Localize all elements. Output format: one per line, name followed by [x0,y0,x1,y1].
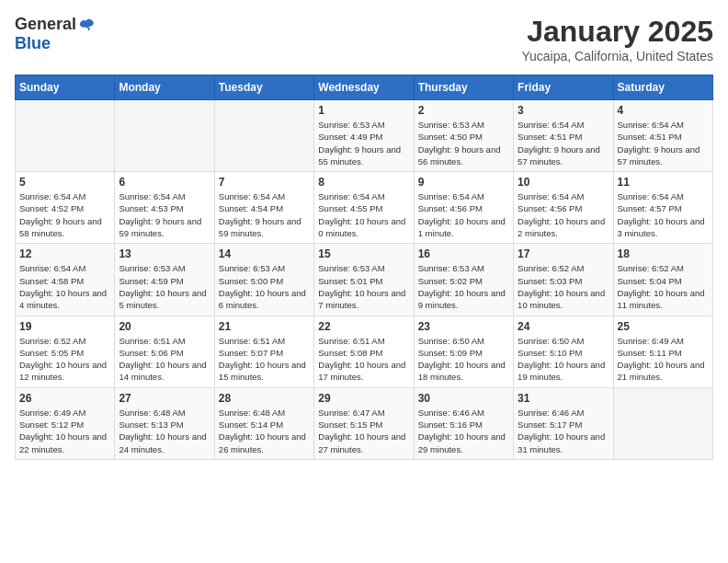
day-number: 2 [418,104,509,117]
day-number: 24 [518,320,609,333]
title-section: January 2025 Yucaipa, California, United… [521,15,713,63]
day-cell: 9Sunrise: 6:54 AM Sunset: 4:56 PM Daylig… [414,172,513,244]
day-cell: 31Sunrise: 6:46 AM Sunset: 5:17 PM Dayli… [514,387,613,459]
day-number: 6 [119,176,210,189]
day-number: 13 [119,247,210,260]
day-info: Sunrise: 6:54 AM Sunset: 4:52 PM Dayligh… [19,190,110,239]
day-info: Sunrise: 6:49 AM Sunset: 5:11 PM Dayligh… [618,335,709,384]
day-number: 7 [219,176,310,189]
logo: General Blue [15,15,98,53]
day-cell: 5Sunrise: 6:54 AM Sunset: 4:52 PM Daylig… [16,172,115,244]
day-info: Sunrise: 6:53 AM Sunset: 4:59 PM Dayligh… [119,262,210,311]
day-cell: 28Sunrise: 6:48 AM Sunset: 5:14 PM Dayli… [214,387,313,459]
day-info: Sunrise: 6:54 AM Sunset: 4:57 PM Dayligh… [618,190,709,239]
week-row-3: 19Sunrise: 6:52 AM Sunset: 5:05 PM Dayli… [16,316,713,387]
logo-bird-icon [78,16,97,34]
day-cell: 15Sunrise: 6:53 AM Sunset: 5:01 PM Dayli… [314,244,414,316]
day-cell: 26Sunrise: 6:49 AM Sunset: 5:12 PM Dayli… [16,387,115,459]
day-cell: 12Sunrise: 6:54 AM Sunset: 4:58 PM Dayli… [16,244,115,316]
day-header-sunday: Sunday [16,75,115,100]
day-info: Sunrise: 6:48 AM Sunset: 5:13 PM Dayligh… [119,407,210,455]
day-number: 5 [19,176,110,189]
day-cell [115,100,214,172]
day-number: 16 [418,247,509,260]
day-cell [16,100,115,172]
day-info: Sunrise: 6:54 AM Sunset: 4:58 PM Dayligh… [19,262,110,311]
day-info: Sunrise: 6:46 AM Sunset: 5:17 PM Dayligh… [518,407,609,455]
day-cell: 23Sunrise: 6:50 AM Sunset: 5:09 PM Dayli… [414,316,513,387]
day-number: 19 [19,320,110,333]
logo-blue-text: Blue [15,34,51,52]
day-number: 4 [618,104,709,117]
day-cell: 25Sunrise: 6:49 AM Sunset: 5:11 PM Dayli… [613,316,712,387]
day-cell: 19Sunrise: 6:52 AM Sunset: 5:05 PM Dayli… [16,316,115,387]
day-number: 14 [219,247,310,260]
day-number: 28 [219,392,310,405]
page-header: General Blue January 2025 Yucaipa, Calif… [15,15,713,63]
day-cell: 27Sunrise: 6:48 AM Sunset: 5:13 PM Dayli… [115,387,214,459]
day-info: Sunrise: 6:54 AM Sunset: 4:56 PM Dayligh… [518,190,609,239]
day-info: Sunrise: 6:52 AM Sunset: 5:04 PM Dayligh… [618,262,709,311]
day-cell: 24Sunrise: 6:50 AM Sunset: 5:10 PM Dayli… [514,316,613,387]
week-row-4: 26Sunrise: 6:49 AM Sunset: 5:12 PM Dayli… [16,387,713,459]
day-header-thursday: Thursday [414,75,513,100]
week-row-0: 1Sunrise: 6:53 AM Sunset: 4:49 PM Daylig… [16,100,713,172]
day-cell: 3Sunrise: 6:54 AM Sunset: 4:51 PM Daylig… [514,100,613,172]
day-cell: 10Sunrise: 6:54 AM Sunset: 4:56 PM Dayli… [514,172,613,244]
day-cell: 13Sunrise: 6:53 AM Sunset: 4:59 PM Dayli… [115,244,214,316]
day-info: Sunrise: 6:51 AM Sunset: 5:06 PM Dayligh… [119,335,210,384]
day-cell: 22Sunrise: 6:51 AM Sunset: 5:08 PM Dayli… [314,316,414,387]
day-info: Sunrise: 6:54 AM Sunset: 4:56 PM Dayligh… [418,190,509,239]
day-info: Sunrise: 6:53 AM Sunset: 4:49 PM Dayligh… [318,119,409,167]
day-number: 18 [618,247,709,260]
day-info: Sunrise: 6:53 AM Sunset: 5:00 PM Dayligh… [219,262,310,311]
day-number: 26 [19,392,110,405]
calendar-table: SundayMondayTuesdayWednesdayThursdayFrid… [15,75,713,460]
day-info: Sunrise: 6:53 AM Sunset: 5:02 PM Dayligh… [418,262,509,311]
day-info: Sunrise: 6:47 AM Sunset: 5:15 PM Dayligh… [318,407,409,455]
day-cell: 11Sunrise: 6:54 AM Sunset: 4:57 PM Dayli… [613,172,712,244]
logo-general-text: General [15,15,76,34]
day-number: 27 [119,392,210,405]
day-info: Sunrise: 6:54 AM Sunset: 4:51 PM Dayligh… [518,119,609,167]
day-cell: 4Sunrise: 6:54 AM Sunset: 4:51 PM Daylig… [613,100,712,172]
day-number: 3 [518,104,609,117]
day-cell [613,387,712,459]
week-row-1: 5Sunrise: 6:54 AM Sunset: 4:52 PM Daylig… [16,172,713,244]
day-number: 15 [318,247,409,260]
day-number: 25 [618,320,709,333]
day-number: 20 [119,320,210,333]
day-header-saturday: Saturday [613,75,712,100]
day-info: Sunrise: 6:53 AM Sunset: 4:50 PM Dayligh… [418,119,509,167]
day-cell: 6Sunrise: 6:54 AM Sunset: 4:53 PM Daylig… [115,172,214,244]
day-info: Sunrise: 6:50 AM Sunset: 5:10 PM Dayligh… [518,335,609,384]
day-info: Sunrise: 6:54 AM Sunset: 4:51 PM Dayligh… [618,119,709,167]
day-number: 11 [618,176,709,189]
day-cell: 17Sunrise: 6:52 AM Sunset: 5:03 PM Dayli… [514,244,613,316]
day-info: Sunrise: 6:46 AM Sunset: 5:16 PM Dayligh… [418,407,509,455]
day-number: 31 [518,392,609,405]
day-cell: 2Sunrise: 6:53 AM Sunset: 4:50 PM Daylig… [414,100,513,172]
day-header-monday: Monday [115,75,214,100]
day-cell: 18Sunrise: 6:52 AM Sunset: 5:04 PM Dayli… [613,244,712,316]
day-header-friday: Friday [514,75,613,100]
day-number: 1 [318,104,409,117]
day-number: 9 [418,176,509,189]
day-cell: 20Sunrise: 6:51 AM Sunset: 5:06 PM Dayli… [115,316,214,387]
day-number: 23 [418,320,509,333]
day-number: 29 [318,392,409,405]
day-cell: 1Sunrise: 6:53 AM Sunset: 4:49 PM Daylig… [314,100,414,172]
day-number: 21 [219,320,310,333]
day-info: Sunrise: 6:54 AM Sunset: 4:53 PM Dayligh… [119,190,210,239]
day-number: 12 [19,247,110,260]
day-info: Sunrise: 6:54 AM Sunset: 4:54 PM Dayligh… [219,190,310,239]
day-info: Sunrise: 6:53 AM Sunset: 5:01 PM Dayligh… [318,262,409,311]
day-cell: 7Sunrise: 6:54 AM Sunset: 4:54 PM Daylig… [214,172,313,244]
day-header-tuesday: Tuesday [214,75,313,100]
day-number: 30 [418,392,509,405]
day-cell [214,100,313,172]
day-cell: 29Sunrise: 6:47 AM Sunset: 5:15 PM Dayli… [314,387,414,459]
day-info: Sunrise: 6:50 AM Sunset: 5:09 PM Dayligh… [418,335,509,384]
day-header-wednesday: Wednesday [314,75,414,100]
day-number: 10 [518,176,609,189]
